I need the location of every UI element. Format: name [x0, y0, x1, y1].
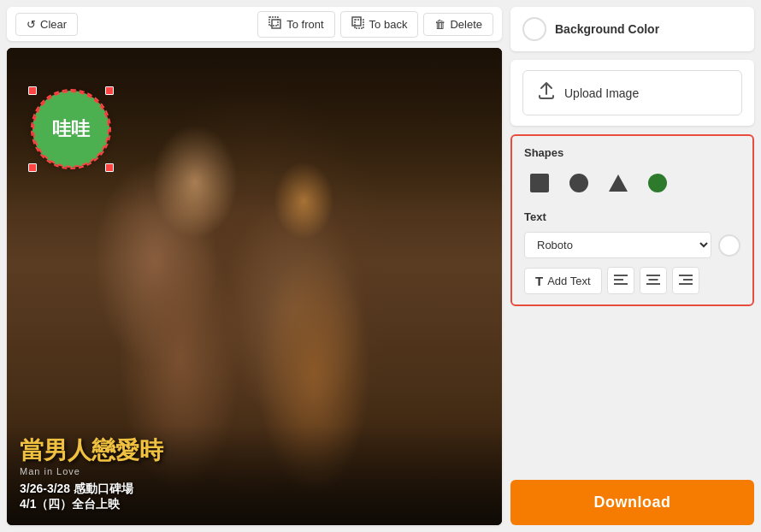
bg-color-card: Background Color — [510, 7, 754, 51]
app-container: ↺ Clear To front — [0, 0, 761, 532]
to-front-icon — [268, 16, 282, 33]
clear-button[interactable]: ↺ Clear — [15, 13, 78, 36]
shapes-text-panel: Shapes Text Roboto A — [510, 134, 754, 306]
right-panel: Background Color Upload Image Shapes — [510, 7, 754, 525]
align-left-icon — [614, 274, 628, 288]
green-circle-element[interactable]: 哇哇 — [32, 91, 109, 168]
to-back-icon — [351, 16, 365, 33]
triangle-shape-button[interactable] — [603, 168, 634, 198]
circle-shape-button[interactable] — [563, 168, 594, 198]
poster-text-area: 當男人戀愛時 Man in Love 3/26-3/28 感動口碑場 4/1（四… — [7, 425, 502, 525]
font-select[interactable]: Roboto Arial Times New Roman Georgia Ver… — [524, 232, 711, 258]
add-text-t-icon: T — [535, 274, 543, 288]
bg-color-label: Background Color — [555, 22, 659, 36]
upload-image-button[interactable]: Upload Image — [522, 70, 742, 115]
add-text-button[interactable]: T Add Text — [524, 268, 602, 294]
download-button[interactable]: Download — [510, 480, 754, 525]
poster-dates-line1: 3/26-3/28 感動口碑場 4/1（四）全台上映 — [20, 482, 489, 512]
poster-subtitle: Man in Love — [20, 466, 489, 476]
download-label: Download — [594, 494, 671, 511]
clear-icon: ↺ — [27, 18, 36, 31]
svg-rect-3 — [355, 20, 363, 28]
to-back-label: To back — [369, 18, 408, 31]
align-left-button[interactable] — [607, 267, 634, 294]
canvas-image: 哇哇 當男人戀愛時 Man in Love 3/26-3/28 感動口碑場 4/… — [7, 48, 502, 525]
align-center-button[interactable] — [640, 267, 667, 294]
bg-color-row: Background Color — [522, 17, 742, 41]
text-color-picker[interactable] — [718, 234, 740, 257]
green-circle-shape-button[interactable] — [642, 168, 673, 198]
text-section-title: Text — [524, 210, 740, 223]
align-right-button[interactable] — [672, 267, 699, 294]
upload-icon — [537, 81, 556, 104]
green-circle-text: 哇哇 — [52, 116, 90, 142]
add-text-label: Add Text — [547, 275, 590, 287]
poster-date2: 4/1（四）全台上映 — [20, 497, 489, 512]
align-center-icon — [646, 274, 660, 288]
delete-label: Delete — [450, 18, 482, 31]
add-text-row: T Add Text — [524, 267, 740, 294]
canvas-area: ↺ Clear To front — [7, 7, 502, 525]
upload-card: Upload Image — [510, 60, 754, 126]
svg-rect-2 — [352, 17, 361, 26]
square-shape-button[interactable] — [524, 168, 555, 198]
shapes-row — [524, 168, 740, 198]
shapes-section-title: Shapes — [524, 146, 740, 159]
poster-date1: 3/26-3/28 感動口碑場 — [20, 482, 489, 497]
poster-title: 當男人戀愛時 — [20, 438, 489, 464]
to-front-button[interactable]: To front — [257, 11, 334, 38]
square-shape-icon — [530, 174, 549, 192]
clear-label: Clear — [40, 18, 67, 31]
upload-label: Upload Image — [564, 86, 639, 100]
green-circle-shape-icon — [648, 174, 667, 192]
bg-color-picker[interactable] — [522, 17, 546, 41]
triangle-shape-icon — [609, 174, 628, 192]
svg-rect-1 — [269, 17, 278, 26]
align-right-icon — [679, 274, 693, 288]
svg-rect-0 — [272, 20, 280, 28]
delete-icon: 🗑 — [434, 18, 445, 31]
to-back-button[interactable]: To back — [340, 11, 419, 38]
delete-button[interactable]: 🗑 Delete — [423, 13, 493, 36]
to-front-label: To front — [286, 18, 323, 31]
circle-shape-icon — [569, 174, 588, 192]
text-controls-row: Roboto Arial Times New Roman Georgia Ver… — [524, 232, 740, 258]
toolbar: ↺ Clear To front — [7, 7, 502, 41]
canvas-wrapper[interactable]: 哇哇 當男人戀愛時 Man in Love 3/26-3/28 感動口碑場 4/… — [7, 48, 502, 525]
